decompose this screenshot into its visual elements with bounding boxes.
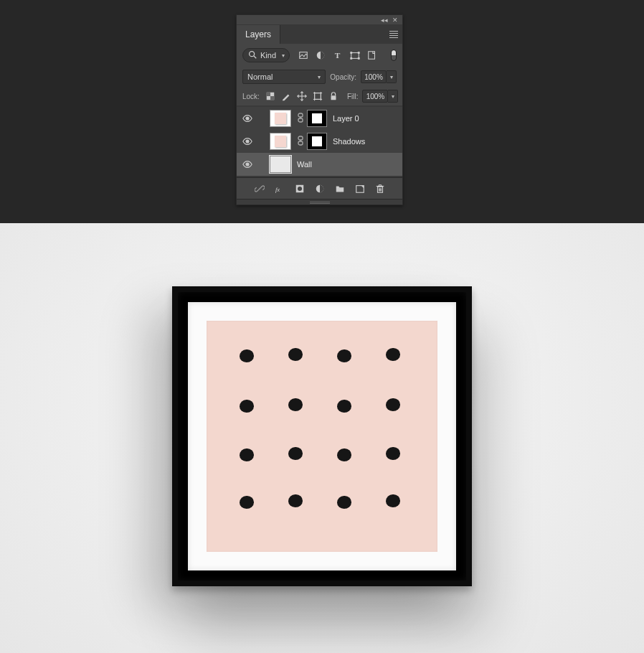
svg-rect-5 — [351, 53, 359, 59]
opacity-label: Opacity: — [330, 73, 356, 81]
layer-fx-icon[interactable]: fx — [275, 184, 285, 194]
close-icon[interactable]: ✕ — [392, 17, 398, 24]
layer-mask-thumbnail[interactable] — [307, 110, 327, 127]
filter-toggle-switch[interactable] — [391, 50, 397, 61]
lock-all-icon[interactable] — [328, 91, 338, 101]
svg-rect-12 — [267, 93, 270, 96]
svg-text:T: T — [335, 51, 341, 60]
blend-mode-value: Normal — [247, 72, 273, 81]
layer-thumbnail[interactable] — [270, 110, 291, 127]
chevron-down-icon: ▾ — [318, 74, 321, 80]
layer-thumbnail[interactable] — [270, 133, 291, 150]
lock-transparency-icon[interactable] — [265, 91, 275, 101]
svg-rect-7 — [358, 52, 359, 54]
new-group-icon[interactable] — [335, 184, 345, 194]
opacity-dropdown-caret[interactable]: ▾ — [387, 70, 397, 83]
filter-pixel-icon[interactable] — [298, 50, 308, 60]
new-layer-icon[interactable] — [355, 184, 365, 194]
mockup-dots-pattern — [207, 321, 437, 552]
svg-rect-9 — [358, 58, 359, 60]
svg-point-30 — [246, 163, 249, 166]
panel-titlebar[interactable]: ◂◂ ✕ — [237, 15, 402, 25]
panel-resize-grip[interactable] — [237, 199, 402, 205]
layer-name-label[interactable]: Wall — [297, 160, 312, 169]
filter-smartobject-icon[interactable] — [367, 50, 377, 60]
svg-rect-21 — [331, 95, 336, 100]
mockup-preview-area — [0, 223, 644, 653]
new-adjustment-icon[interactable] — [315, 184, 325, 194]
svg-rect-8 — [351, 58, 352, 60]
link-layers-icon[interactable] — [255, 184, 265, 194]
blend-row: Normal ▾ Opacity: 100% ▾ — [237, 67, 402, 87]
visibility-eye-icon[interactable] — [241, 112, 254, 125]
svg-rect-16 — [315, 93, 321, 100]
svg-rect-24 — [298, 118, 303, 122]
lock-label: Lock: — [242, 93, 260, 100]
tab-layers[interactable]: Layers — [237, 25, 280, 44]
fill-value-input[interactable]: 100% — [362, 90, 388, 103]
svg-point-22 — [246, 117, 249, 120]
mask-link-icon[interactable] — [295, 113, 303, 124]
mockup-artwork — [207, 321, 437, 552]
layer-name-label[interactable]: Shadows — [333, 137, 365, 146]
svg-rect-13 — [270, 96, 274, 100]
filter-kind-label: Kind — [260, 51, 276, 60]
visibility-eye-icon[interactable] — [241, 158, 254, 171]
panel-tabbar: Layers — [237, 25, 402, 44]
lock-row: Lock: Fill: 100% ▾ — [237, 87, 402, 105]
svg-line-1 — [254, 56, 257, 59]
svg-rect-2 — [300, 52, 308, 59]
visibility-eye-icon[interactable] — [241, 135, 254, 148]
layer-row[interactable]: Layer 0 — [237, 107, 402, 130]
mask-link-icon[interactable] — [295, 136, 303, 147]
filter-type-icon[interactable]: T — [333, 50, 343, 60]
layers-panel: ◂◂ ✕ Layers Kind ▾ T — [236, 14, 403, 205]
panel-menu-icon[interactable] — [385, 25, 402, 44]
layer-name-label[interactable]: Layer 0 — [333, 114, 359, 123]
svg-rect-6 — [351, 52, 352, 54]
lock-artboard-icon[interactable] — [313, 91, 323, 101]
opacity-value-input[interactable]: 100% — [361, 70, 387, 83]
layers-panel-footer: fx — [237, 177, 402, 199]
layers-list: Layer 0 Shadows Wall — [237, 105, 402, 177]
layer-mask-thumbnail[interactable] — [307, 133, 327, 150]
lock-pixels-icon[interactable] — [281, 91, 291, 101]
svg-rect-27 — [298, 136, 303, 140]
layer-row[interactable]: Shadows — [237, 130, 402, 153]
search-icon — [247, 50, 257, 61]
svg-line-31 — [258, 187, 261, 190]
blend-mode-dropdown[interactable]: Normal ▾ — [242, 70, 326, 84]
svg-point-34 — [297, 186, 301, 190]
svg-rect-28 — [298, 141, 303, 145]
svg-point-0 — [250, 52, 255, 57]
svg-text:fx: fx — [275, 185, 279, 192]
layer-filter-row: Kind ▾ T — [237, 44, 402, 67]
fill-dropdown-caret[interactable]: ▾ — [388, 90, 398, 103]
chevron-down-icon: ▾ — [282, 52, 285, 59]
svg-point-26 — [246, 140, 249, 143]
lock-position-icon[interactable] — [297, 91, 307, 101]
layer-row[interactable]: Wall — [237, 153, 402, 176]
layer-thumbnail[interactable] — [270, 156, 291, 173]
fill-label: Fill: — [347, 93, 359, 100]
delete-layer-icon[interactable] — [375, 184, 385, 194]
add-mask-icon[interactable] — [295, 184, 305, 194]
svg-rect-10 — [369, 52, 375, 60]
collapse-icon[interactable]: ◂◂ — [381, 17, 388, 24]
mockup-frame — [172, 286, 472, 586]
filter-kind-dropdown[interactable]: Kind ▾ — [242, 48, 290, 62]
filter-shape-icon[interactable] — [350, 50, 360, 60]
svg-rect-23 — [298, 113, 303, 117]
filter-adjustment-icon[interactable] — [316, 50, 326, 60]
